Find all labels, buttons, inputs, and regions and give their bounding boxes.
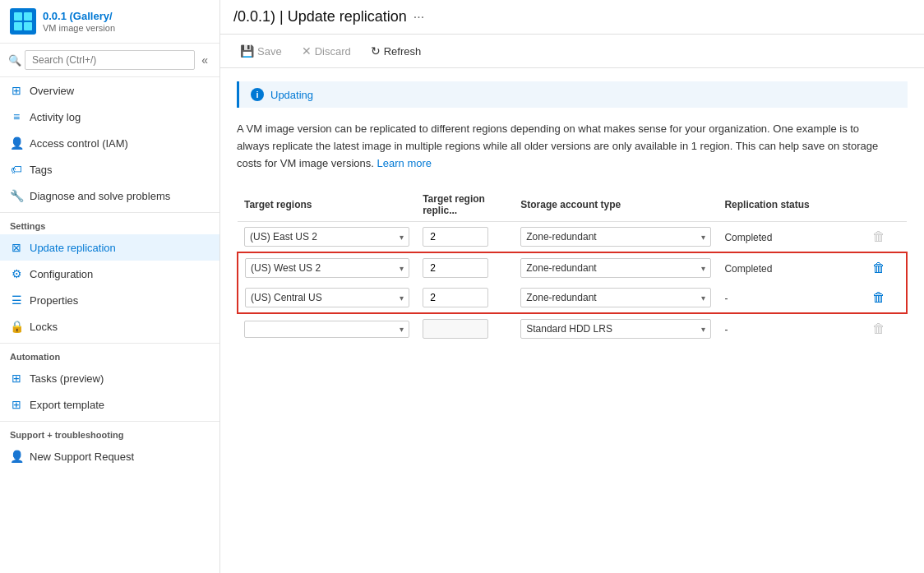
chevron-down-icon: ▾ xyxy=(701,293,705,303)
region-value-3: (US) Central US xyxy=(251,292,322,303)
sidebar-item-configuration[interactable]: ⚙ Configuration xyxy=(0,261,219,287)
status-1: Completed xyxy=(724,232,772,243)
collapse-button[interactable]: « xyxy=(198,52,211,68)
sidebar-item-export-template[interactable]: ⊞ Export template xyxy=(0,391,219,418)
update-replication-icon: ⊠ xyxy=(10,241,23,254)
export-template-icon: ⊞ xyxy=(10,398,23,411)
tags-icon: 🏷 xyxy=(10,163,23,176)
settings-section-header: Settings xyxy=(0,212,219,234)
sidebar-label-locks: Locks xyxy=(30,321,58,333)
table-row: (US) Central US ▾ Zone-redundant ▾ xyxy=(238,283,907,313)
info-banner: i Updating xyxy=(237,81,908,108)
properties-icon: ☰ xyxy=(10,293,23,307)
col-header-replicas: Target region replic... xyxy=(416,188,514,222)
sidebar-item-update-replication[interactable]: ⊠ Update replication xyxy=(0,234,219,261)
discard-button[interactable]: ✕ Discard xyxy=(295,41,358,61)
discard-label: Discard xyxy=(315,45,351,58)
sidebar-item-locks[interactable]: 🔒 Locks xyxy=(0,313,219,340)
storage-value-3: Zone-redundant xyxy=(526,292,596,303)
status-4: - xyxy=(724,324,728,335)
col-header-action xyxy=(861,188,907,222)
main-content: /0.0.1) | Update replication ··· 💾 Save … xyxy=(220,0,924,573)
storage-dropdown-3[interactable]: Zone-redundant ▾ xyxy=(520,288,711,307)
sidebar-nav: ⊞ Overview ≡ Activity log 👤 Access contr… xyxy=(0,77,219,573)
sidebar-item-overview[interactable]: ⊞ Overview xyxy=(0,77,219,104)
sidebar-item-activity-log[interactable]: ≡ Activity log xyxy=(0,104,219,130)
sidebar-item-access-control[interactable]: 👤 Access control (IAM) xyxy=(0,130,219,156)
content-area: i Updating A VM image version can be rep… xyxy=(220,68,924,573)
overview-icon: ⊞ xyxy=(10,84,23,97)
support-section-header: Support + troubleshooting xyxy=(0,421,219,443)
chevron-down-icon: ▾ xyxy=(400,325,404,334)
resource-title: 0.0.1 (Gallery/ xyxy=(43,10,115,24)
page-title: /0.0.1) | Update replication ··· xyxy=(233,8,911,25)
new-support-icon: 👤 xyxy=(10,450,23,463)
storage-value-2: Zone-redundant xyxy=(526,262,596,274)
region-value-2: (US) West US 2 xyxy=(251,262,321,274)
sidebar: 0.0.1 (Gallery/ VM image version 🔍 « ⊞ O… xyxy=(0,0,220,573)
refresh-button[interactable]: ↻ Refresh xyxy=(364,41,428,61)
delete-button-3[interactable]: 🗑 xyxy=(867,289,890,307)
status-2: Completed xyxy=(724,263,772,275)
sidebar-item-new-support[interactable]: 👤 New Support Request xyxy=(0,443,219,469)
resource-icon xyxy=(10,8,36,35)
delete-button-2[interactable]: 🗑 xyxy=(867,259,890,277)
region-dropdown-1[interactable]: (US) East US 2 ▾ xyxy=(244,227,409,247)
sidebar-search-area: 🔍 « xyxy=(0,44,219,77)
description: A VM image version can be replicated to … xyxy=(237,121,894,172)
chevron-down-icon: ▾ xyxy=(400,233,404,242)
region-dropdown-2[interactable]: (US) West US 2 ▾ xyxy=(245,258,409,278)
sidebar-item-diagnose[interactable]: 🔧 Diagnose and solve problems xyxy=(0,183,219,209)
sidebar-item-tags[interactable]: 🏷 Tags xyxy=(0,156,219,183)
replicas-input-1[interactable] xyxy=(423,227,488,247)
configuration-icon: ⚙ xyxy=(10,267,23,280)
ellipsis-menu[interactable]: ··· xyxy=(413,10,424,25)
save-label: Save xyxy=(257,45,282,58)
save-button[interactable]: 💾 Save xyxy=(233,41,289,61)
region-dropdown-3[interactable]: (US) Central US ▾ xyxy=(245,288,409,307)
sidebar-label-properties: Properties xyxy=(30,294,78,307)
chevron-down-icon: ▾ xyxy=(400,264,404,273)
sidebar-label-activity-log: Activity log xyxy=(30,111,81,123)
sidebar-label-configuration: Configuration xyxy=(30,268,93,280)
search-input[interactable] xyxy=(25,50,195,70)
replicas-input-2[interactable] xyxy=(423,258,488,278)
save-icon: 💾 xyxy=(240,44,254,58)
region-dropdown-4[interactable]: ▾ xyxy=(244,321,409,338)
main-header: /0.0.1) | Update replication ··· xyxy=(220,0,924,35)
sidebar-label-export-template: Export template xyxy=(30,399,104,411)
sidebar-label-diagnose: Diagnose and solve problems xyxy=(30,190,170,202)
table-row: (US) East US 2 ▾ Zone-redundant ▾ xyxy=(238,222,907,253)
chevron-down-icon: ▾ xyxy=(400,293,404,303)
sidebar-label-tasks: Tasks (preview) xyxy=(30,372,104,385)
sidebar-label-access-control: Access control (IAM) xyxy=(30,137,128,150)
status-3: - xyxy=(724,293,728,304)
refresh-icon: ↻ xyxy=(371,44,381,58)
chevron-down-icon: ▾ xyxy=(701,264,705,273)
delete-button-4: 🗑 xyxy=(867,320,890,338)
toolbar: 💾 Save ✕ Discard ↻ Refresh xyxy=(220,35,924,68)
refresh-label: Refresh xyxy=(384,45,422,58)
sidebar-item-properties[interactable]: ☰ Properties xyxy=(0,287,219,313)
chevron-down-icon: ▾ xyxy=(701,233,705,242)
access-control-icon: 👤 xyxy=(10,136,23,150)
storage-dropdown-4[interactable]: Standard HDD LRS ▾ xyxy=(520,319,711,339)
storage-value-1: Zone-redundant xyxy=(526,231,596,243)
col-header-target-regions: Target regions xyxy=(238,188,416,222)
delete-button-1: 🗑 xyxy=(867,228,890,246)
search-icon: 🔍 xyxy=(8,54,21,67)
replicas-input-3[interactable] xyxy=(423,288,488,307)
replicas-input-4[interactable] xyxy=(423,319,488,339)
sidebar-label-update-replication: Update replication xyxy=(30,242,116,254)
info-icon: i xyxy=(251,88,264,101)
diagnose-icon: 🔧 xyxy=(10,189,23,202)
storage-value-4: Standard HDD LRS xyxy=(526,323,612,335)
chevron-down-icon: ▾ xyxy=(701,325,705,334)
storage-dropdown-1[interactable]: Zone-redundant ▾ xyxy=(520,227,711,247)
sidebar-item-tasks[interactable]: ⊞ Tasks (preview) xyxy=(0,365,219,391)
sidebar-label-overview: Overview xyxy=(30,85,74,97)
table-row: ▾ Standard HDD LRS ▾ - xyxy=(238,313,907,344)
storage-dropdown-2[interactable]: Zone-redundant ▾ xyxy=(520,258,711,278)
learn-more-link[interactable]: Learn more xyxy=(377,157,432,169)
sidebar-label-tags: Tags xyxy=(30,164,52,176)
